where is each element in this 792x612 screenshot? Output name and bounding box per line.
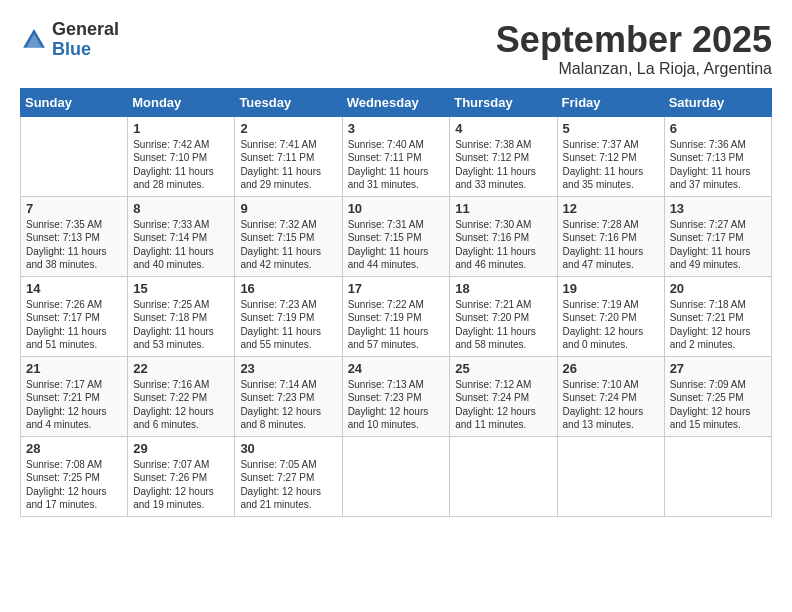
calendar-header-row: SundayMondayTuesdayWednesdayThursdayFrid… xyxy=(21,88,772,116)
day-number: 19 xyxy=(563,281,659,296)
day-number: 25 xyxy=(455,361,551,376)
day-number: 7 xyxy=(26,201,122,216)
calendar-cell: 14Sunrise: 7:26 AM Sunset: 7:17 PM Dayli… xyxy=(21,276,128,356)
cell-content: Sunrise: 7:12 AM Sunset: 7:24 PM Dayligh… xyxy=(455,378,551,432)
day-number: 23 xyxy=(240,361,336,376)
calendar-cell: 7Sunrise: 7:35 AM Sunset: 7:13 PM Daylig… xyxy=(21,196,128,276)
calendar-cell: 9Sunrise: 7:32 AM Sunset: 7:15 PM Daylig… xyxy=(235,196,342,276)
location: Malanzan, La Rioja, Argentina xyxy=(496,60,772,78)
cell-content: Sunrise: 7:10 AM Sunset: 7:24 PM Dayligh… xyxy=(563,378,659,432)
cell-content: Sunrise: 7:05 AM Sunset: 7:27 PM Dayligh… xyxy=(240,458,336,512)
calendar-cell: 17Sunrise: 7:22 AM Sunset: 7:19 PM Dayli… xyxy=(342,276,450,356)
logo-text: General Blue xyxy=(52,20,119,60)
cell-content: Sunrise: 7:28 AM Sunset: 7:16 PM Dayligh… xyxy=(563,218,659,272)
cell-content: Sunrise: 7:27 AM Sunset: 7:17 PM Dayligh… xyxy=(670,218,766,272)
day-of-week-header: Monday xyxy=(128,88,235,116)
cell-content: Sunrise: 7:41 AM Sunset: 7:11 PM Dayligh… xyxy=(240,138,336,192)
cell-content: Sunrise: 7:30 AM Sunset: 7:16 PM Dayligh… xyxy=(455,218,551,272)
day-of-week-header: Thursday xyxy=(450,88,557,116)
calendar-cell: 29Sunrise: 7:07 AM Sunset: 7:26 PM Dayli… xyxy=(128,436,235,516)
cell-content: Sunrise: 7:25 AM Sunset: 7:18 PM Dayligh… xyxy=(133,298,229,352)
day-number: 11 xyxy=(455,201,551,216)
cell-content: Sunrise: 7:17 AM Sunset: 7:21 PM Dayligh… xyxy=(26,378,122,432)
calendar-week-row: 21Sunrise: 7:17 AM Sunset: 7:21 PM Dayli… xyxy=(21,356,772,436)
cell-content: Sunrise: 7:37 AM Sunset: 7:12 PM Dayligh… xyxy=(563,138,659,192)
calendar-cell: 20Sunrise: 7:18 AM Sunset: 7:21 PM Dayli… xyxy=(664,276,771,356)
logo-blue: Blue xyxy=(52,39,91,59)
generalblue-logo-icon xyxy=(20,26,48,54)
cell-content: Sunrise: 7:26 AM Sunset: 7:17 PM Dayligh… xyxy=(26,298,122,352)
day-number: 21 xyxy=(26,361,122,376)
day-number: 17 xyxy=(348,281,445,296)
day-number: 6 xyxy=(670,121,766,136)
page-header: General Blue September 2025 Malanzan, La… xyxy=(20,20,772,78)
calendar-cell: 12Sunrise: 7:28 AM Sunset: 7:16 PM Dayli… xyxy=(557,196,664,276)
day-number: 18 xyxy=(455,281,551,296)
cell-content: Sunrise: 7:18 AM Sunset: 7:21 PM Dayligh… xyxy=(670,298,766,352)
cell-content: Sunrise: 7:23 AM Sunset: 7:19 PM Dayligh… xyxy=(240,298,336,352)
calendar-cell: 1Sunrise: 7:42 AM Sunset: 7:10 PM Daylig… xyxy=(128,116,235,196)
cell-content: Sunrise: 7:38 AM Sunset: 7:12 PM Dayligh… xyxy=(455,138,551,192)
calendar-cell: 27Sunrise: 7:09 AM Sunset: 7:25 PM Dayli… xyxy=(664,356,771,436)
cell-content: Sunrise: 7:08 AM Sunset: 7:25 PM Dayligh… xyxy=(26,458,122,512)
day-number: 13 xyxy=(670,201,766,216)
cell-content: Sunrise: 7:31 AM Sunset: 7:15 PM Dayligh… xyxy=(348,218,445,272)
calendar-cell xyxy=(342,436,450,516)
calendar-cell: 5Sunrise: 7:37 AM Sunset: 7:12 PM Daylig… xyxy=(557,116,664,196)
day-number: 10 xyxy=(348,201,445,216)
calendar-cell: 15Sunrise: 7:25 AM Sunset: 7:18 PM Dayli… xyxy=(128,276,235,356)
cell-content: Sunrise: 7:33 AM Sunset: 7:14 PM Dayligh… xyxy=(133,218,229,272)
cell-content: Sunrise: 7:40 AM Sunset: 7:11 PM Dayligh… xyxy=(348,138,445,192)
calendar-cell xyxy=(450,436,557,516)
cell-content: Sunrise: 7:32 AM Sunset: 7:15 PM Dayligh… xyxy=(240,218,336,272)
calendar-cell xyxy=(557,436,664,516)
calendar-cell: 22Sunrise: 7:16 AM Sunset: 7:22 PM Dayli… xyxy=(128,356,235,436)
day-number: 28 xyxy=(26,441,122,456)
calendar-cell: 13Sunrise: 7:27 AM Sunset: 7:17 PM Dayli… xyxy=(664,196,771,276)
calendar-week-row: 7Sunrise: 7:35 AM Sunset: 7:13 PM Daylig… xyxy=(21,196,772,276)
cell-content: Sunrise: 7:36 AM Sunset: 7:13 PM Dayligh… xyxy=(670,138,766,192)
cell-content: Sunrise: 7:22 AM Sunset: 7:19 PM Dayligh… xyxy=(348,298,445,352)
logo-general: General xyxy=(52,19,119,39)
cell-content: Sunrise: 7:19 AM Sunset: 7:20 PM Dayligh… xyxy=(563,298,659,352)
cell-content: Sunrise: 7:16 AM Sunset: 7:22 PM Dayligh… xyxy=(133,378,229,432)
logo: General Blue xyxy=(20,20,119,60)
calendar-cell: 21Sunrise: 7:17 AM Sunset: 7:21 PM Dayli… xyxy=(21,356,128,436)
day-number: 14 xyxy=(26,281,122,296)
calendar-cell: 18Sunrise: 7:21 AM Sunset: 7:20 PM Dayli… xyxy=(450,276,557,356)
cell-content: Sunrise: 7:14 AM Sunset: 7:23 PM Dayligh… xyxy=(240,378,336,432)
cell-content: Sunrise: 7:42 AM Sunset: 7:10 PM Dayligh… xyxy=(133,138,229,192)
calendar-cell: 24Sunrise: 7:13 AM Sunset: 7:23 PM Dayli… xyxy=(342,356,450,436)
day-number: 29 xyxy=(133,441,229,456)
calendar-cell: 8Sunrise: 7:33 AM Sunset: 7:14 PM Daylig… xyxy=(128,196,235,276)
calendar-cell xyxy=(664,436,771,516)
day-number: 3 xyxy=(348,121,445,136)
calendar-week-row: 14Sunrise: 7:26 AM Sunset: 7:17 PM Dayli… xyxy=(21,276,772,356)
calendar-table: SundayMondayTuesdayWednesdayThursdayFrid… xyxy=(20,88,772,517)
calendar-week-row: 28Sunrise: 7:08 AM Sunset: 7:25 PM Dayli… xyxy=(21,436,772,516)
day-number: 8 xyxy=(133,201,229,216)
day-number: 9 xyxy=(240,201,336,216)
day-number: 16 xyxy=(240,281,336,296)
day-number: 1 xyxy=(133,121,229,136)
day-number: 24 xyxy=(348,361,445,376)
day-of-week-header: Friday xyxy=(557,88,664,116)
calendar-week-row: 1Sunrise: 7:42 AM Sunset: 7:10 PM Daylig… xyxy=(21,116,772,196)
day-of-week-header: Wednesday xyxy=(342,88,450,116)
calendar-cell: 4Sunrise: 7:38 AM Sunset: 7:12 PM Daylig… xyxy=(450,116,557,196)
day-number: 15 xyxy=(133,281,229,296)
cell-content: Sunrise: 7:35 AM Sunset: 7:13 PM Dayligh… xyxy=(26,218,122,272)
cell-content: Sunrise: 7:09 AM Sunset: 7:25 PM Dayligh… xyxy=(670,378,766,432)
day-of-week-header: Sunday xyxy=(21,88,128,116)
day-number: 5 xyxy=(563,121,659,136)
cell-content: Sunrise: 7:07 AM Sunset: 7:26 PM Dayligh… xyxy=(133,458,229,512)
day-of-week-header: Tuesday xyxy=(235,88,342,116)
day-number: 30 xyxy=(240,441,336,456)
calendar-cell: 10Sunrise: 7:31 AM Sunset: 7:15 PM Dayli… xyxy=(342,196,450,276)
day-number: 26 xyxy=(563,361,659,376)
calendar-cell: 11Sunrise: 7:30 AM Sunset: 7:16 PM Dayli… xyxy=(450,196,557,276)
calendar-cell xyxy=(21,116,128,196)
day-number: 2 xyxy=(240,121,336,136)
calendar-cell: 26Sunrise: 7:10 AM Sunset: 7:24 PM Dayli… xyxy=(557,356,664,436)
day-number: 12 xyxy=(563,201,659,216)
